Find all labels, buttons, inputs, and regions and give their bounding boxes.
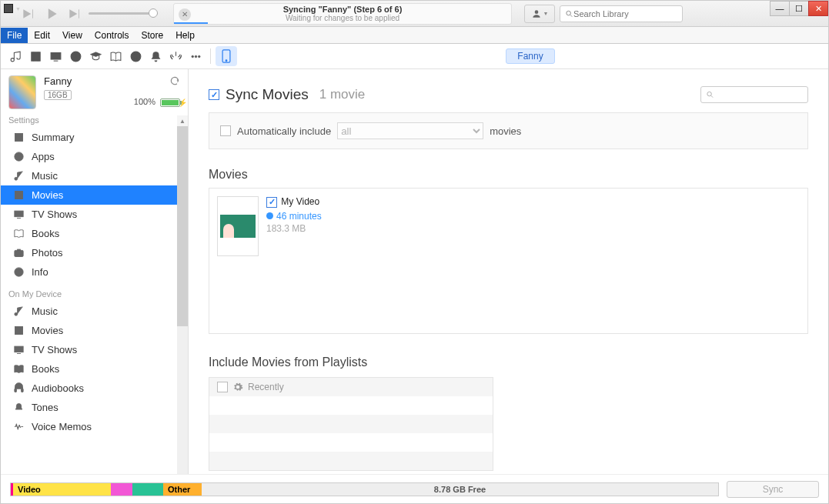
volume-slider[interactable] — [89, 12, 158, 15]
menu-controls[interactable]: Controls — [89, 28, 135, 43]
sidebar-item-label: TV Shows — [32, 344, 77, 355]
auto-include-select[interactable]: all — [337, 122, 483, 139]
minimize-button[interactable]: — — [770, 1, 790, 16]
movies-box: My Video 46 minutes 183.3 MB — [209, 188, 808, 334]
menu-view[interactable]: View — [56, 28, 89, 43]
search-movies-input[interactable] — [714, 90, 803, 99]
device-button[interactable] — [216, 46, 237, 66]
ondevice-audiobooks[interactable]: Audiobooks — [1, 379, 188, 398]
account-button[interactable]: ▼ — [524, 5, 555, 23]
menubar: File Edit View Controls Store Help — [1, 27, 828, 44]
search-library-input[interactable] — [573, 9, 677, 18]
sidebar-item-label: Photos — [32, 247, 62, 259]
shared-icon[interactable] — [165, 46, 186, 66]
svg-point-0 — [534, 10, 538, 14]
sidebar-scrollbar[interactable]: ▲ ▼ — [177, 115, 188, 474]
search-movies[interactable] — [700, 86, 808, 103]
itunesu-icon[interactable] — [85, 46, 105, 66]
movies-icon[interactable] — [25, 46, 45, 66]
sidebar-item-music[interactable]: Music — [1, 166, 188, 185]
books-icon[interactable] — [105, 46, 125, 66]
app-menu[interactable]: ▼ — [2, 2, 21, 15]
sidebar-item-info[interactable]: Info — [1, 262, 188, 282]
svg-point-12 — [191, 55, 193, 58]
sidebar-item-label: Books — [32, 228, 59, 239]
playlist-row[interactable]: Recently — [209, 378, 493, 396]
ondevice-books[interactable]: Books — [1, 359, 188, 379]
cancel-sync-button[interactable]: ✕ — [179, 8, 191, 21]
gear-icon — [232, 382, 243, 392]
maximize-button[interactable]: ☐ — [789, 1, 809, 16]
sync-movies-label: Sync Movies — [226, 86, 309, 103]
svg-point-13 — [195, 55, 197, 58]
sidebar-item-apps[interactable]: Apps — [1, 147, 188, 166]
svg-line-2 — [570, 15, 572, 16]
movie-item[interactable]: My Video 46 minutes 183.3 MB — [217, 196, 800, 256]
sidebar-item-photos[interactable]: Photos — [1, 243, 188, 262]
svg-line-40 — [711, 95, 713, 97]
sync-movies-checkbox[interactable] — [209, 89, 219, 100]
svg-rect-3 — [31, 52, 39, 60]
status-pane: ✕ Syncing "Fanny" (Step 6 of 6) Waiting … — [173, 3, 512, 25]
svg-point-31 — [18, 269, 18, 270]
sidebar-item-label: Info — [32, 266, 48, 278]
podcast-icon[interactable] — [65, 46, 85, 66]
ondevice-movies[interactable]: Movies — [1, 321, 188, 340]
menu-file[interactable]: File — [1, 28, 28, 43]
prev-button[interactable] — [19, 5, 38, 23]
playlist-heading: Include Movies from Playlists — [209, 355, 808, 369]
search-icon — [706, 90, 714, 99]
sidebar-item-label: Movies — [32, 189, 63, 201]
status-title: Syncing "Fanny" (Step 6 of 6) — [283, 5, 403, 14]
auto-include-checkbox[interactable] — [220, 125, 231, 136]
tv-icon[interactable] — [45, 46, 65, 66]
storage-free: 8.78 GB Free — [202, 483, 718, 496]
apps-icon[interactable] — [125, 46, 145, 66]
svg-point-20 — [14, 152, 22, 161]
storage-bar: Video Other 8.78 GB Free — [10, 482, 719, 496]
sync-button[interactable]: Sync — [727, 481, 819, 498]
storage-apps — [132, 483, 163, 496]
scroll-thumb[interactable] — [177, 126, 188, 326]
ondevice-music[interactable]: Music — [1, 302, 188, 321]
scroll-up-icon[interactable]: ▲ — [177, 115, 188, 126]
menu-help[interactable]: Help — [169, 28, 201, 43]
separator — [210, 48, 211, 64]
sync-icon[interactable] — [169, 75, 180, 86]
play-button[interactable] — [42, 5, 61, 23]
sidebar-item-movies[interactable]: Movies — [1, 185, 188, 205]
movie-checkbox[interactable] — [266, 197, 277, 208]
ondevice-voicememos[interactable]: Voice Memos — [1, 417, 188, 436]
search-library[interactable] — [560, 5, 683, 22]
settings-heading: Settings — [1, 112, 188, 128]
sidebar-item-label: Books — [32, 363, 59, 375]
menu-store[interactable]: Store — [135, 28, 170, 43]
svg-rect-37 — [14, 389, 16, 392]
more-icon[interactable] — [186, 46, 206, 66]
search-icon — [565, 9, 573, 18]
sidebar-item-tvshows[interactable]: TV Shows — [1, 205, 188, 224]
svg-rect-21 — [15, 192, 22, 199]
sidebar-item-label: Music — [32, 170, 58, 182]
next-button[interactable] — [65, 5, 84, 23]
device-tab[interactable]: Fanny — [506, 48, 554, 64]
sidebar: Fanny 16GB 100% ⚡ Settings Summary Apps … — [1, 69, 189, 474]
device-thumb — [8, 75, 36, 109]
music-icon[interactable] — [5, 46, 25, 66]
sidebar-item-summary[interactable]: Summary — [1, 128, 188, 147]
movie-title: My Video — [281, 196, 319, 207]
playlist-checkbox[interactable] — [217, 382, 228, 392]
svg-rect-32 — [15, 327, 22, 335]
ondevice-tvshows[interactable]: TV Shows — [1, 340, 188, 359]
menu-edit[interactable]: Edit — [28, 28, 56, 43]
close-button[interactable]: ✕ — [808, 1, 828, 16]
sidebar-item-books[interactable]: Books — [1, 224, 188, 243]
svg-point-9 — [75, 54, 77, 56]
tones-icon[interactable] — [145, 46, 165, 66]
movies-heading: Movies — [209, 168, 808, 182]
status-subtitle: Waiting for changes to be applied — [286, 14, 399, 22]
auto-include-box: Automatically include all movies — [209, 112, 808, 149]
svg-point-1 — [567, 11, 571, 15]
svg-rect-28 — [17, 249, 20, 251]
ondevice-tones[interactable]: Tones — [1, 398, 188, 417]
